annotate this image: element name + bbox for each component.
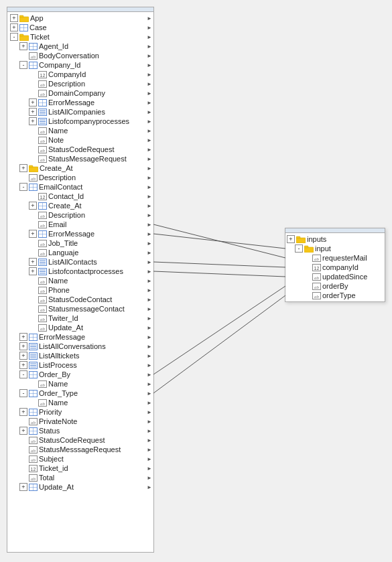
- tree-item-company_id[interactable]: -Company_Id►: [7, 60, 153, 70]
- tree-item-status_msg_req2[interactable]: abStatusMesssageRequest►: [7, 445, 153, 454]
- expand-button[interactable]: +: [29, 230, 37, 238]
- tree-item-arrow: ►: [147, 381, 152, 387]
- tree-item-job_title[interactable]: abJob_Title►: [7, 238, 153, 248]
- tree-item-error_msg2[interactable]: +ErrorMessage►: [7, 229, 153, 238]
- tree-item-listall_contacts[interactable]: +ListAllContacts►: [7, 257, 153, 267]
- tree-item-description_sub[interactable]: abDescription►: [7, 79, 153, 88]
- item-label: Job_Title: [48, 239, 147, 247]
- expand-button[interactable]: +: [19, 361, 27, 369]
- expand-button[interactable]: +: [29, 98, 37, 107]
- tree-item-name2[interactable]: abName►: [7, 276, 153, 285]
- tree-item-email_contact[interactable]: -EmailContact►: [7, 182, 153, 192]
- tree-item-listofcontactprocesses[interactable]: +Listofcontactprocesses►: [7, 267, 153, 276]
- svg-text:ab: ab: [40, 288, 46, 293]
- string-icon: ab: [29, 174, 38, 182]
- tree-item-company_id_sub[interactable]: 12CompanyId►: [7, 70, 153, 79]
- expand-button[interactable]: +: [29, 258, 37, 266]
- fb-item-requester_mail[interactable]: abrequesterMail: [285, 253, 385, 263]
- tree-item-status_code_req2[interactable]: abStatusCodeRequest►: [7, 435, 153, 445]
- tree-item-ticket_id[interactable]: 12Ticket_id►: [7, 464, 153, 473]
- tree-item-listofcompanyprocesses[interactable]: +Listofcompanyprocesses►: [7, 117, 153, 126]
- tree-item-phone[interactable]: abPhone►: [7, 285, 153, 295]
- expand-button[interactable]: +: [29, 117, 37, 125]
- tree-item-status_code_req[interactable]: abStatusCodeRequest►: [7, 145, 153, 154]
- expand-button[interactable]: +: [19, 42, 27, 50]
- tree-item-subject[interactable]: abSubject►: [7, 454, 153, 464]
- expand-button[interactable]: +: [19, 352, 27, 360]
- tree-item-domain_company[interactable]: abDomainCompany►: [7, 88, 153, 98]
- tree-item-ticket[interactable]: -Ticket►: [7, 32, 153, 42]
- tree-item-list_process[interactable]: +ListProcess►: [7, 360, 153, 370]
- expand-button[interactable]: -: [295, 244, 303, 253]
- expand-button[interactable]: -: [19, 183, 27, 191]
- tree-item-update_at2[interactable]: +Update_At►: [7, 482, 153, 492]
- tree-item-create_at[interactable]: +Create_At►: [7, 163, 153, 173]
- tree-item-order_type[interactable]: -Order_Type►: [7, 389, 153, 398]
- fb-item-input[interactable]: -input: [285, 244, 385, 253]
- expand-button[interactable]: +: [19, 408, 27, 416]
- tree-item-description3[interactable]: abDescription►: [7, 210, 153, 220]
- tree-item-app[interactable]: +App►: [7, 13, 153, 23]
- tree-item-total[interactable]: abTotal►: [7, 473, 153, 482]
- string-icon: ab: [312, 273, 321, 281]
- expand-button[interactable]: +: [29, 108, 37, 116]
- item-label: ErrorMessage: [39, 333, 147, 341]
- fb-item-order_type_fb[interactable]: aborderType: [285, 291, 385, 300]
- tree-item-create_at2[interactable]: +Create_At►: [7, 201, 153, 210]
- tree-item-name4[interactable]: abName►: [7, 398, 153, 407]
- tree-item-order_by[interactable]: -Order_By►: [7, 370, 153, 379]
- tree-item-status_msg_req[interactable]: abStatusMessageRequest►: [7, 154, 153, 163]
- tree-item-note_sub[interactable]: abNote►: [7, 135, 153, 145]
- tree-item-body_conversation[interactable]: abBodyConversation►: [7, 51, 153, 60]
- tree-item-agent_id[interactable]: +Agent_Id►: [7, 42, 153, 51]
- tree-item-twitter_id[interactable]: abTwiter_Id►: [7, 313, 153, 323]
- tree-item-priority[interactable]: +Priority►: [7, 407, 153, 417]
- tree-item-private_note[interactable]: abPrivateNote►: [7, 417, 153, 426]
- expand-button[interactable]: -: [10, 33, 18, 41]
- tree-item-case[interactable]: +Case►: [7, 23, 153, 32]
- tree-item-error_message_sub[interactable]: +ErrorMessage►: [7, 98, 153, 107]
- fb-item-order_by_fb[interactable]: aborderBy: [285, 281, 385, 291]
- tree-item-email[interactable]: abEmail►: [7, 220, 153, 229]
- expand-button[interactable]: +: [19, 342, 27, 350]
- expand-button[interactable]: +: [29, 267, 37, 275]
- tree-item-status[interactable]: +Status►: [7, 426, 153, 435]
- tree-item-languaje[interactable]: abLanguaje►: [7, 248, 153, 257]
- svg-text:ab: ab: [40, 241, 46, 247]
- expand-button[interactable]: +: [287, 235, 295, 243]
- tree-item-listall_tickets[interactable]: +ListAlltickets►: [7, 351, 153, 360]
- expand-button[interactable]: +: [19, 333, 27, 341]
- item-label: Description: [48, 211, 147, 219]
- tree-item-status_msg_contact[interactable]: abStatusmessageContact►: [7, 304, 153, 313]
- string-icon: ab: [38, 127, 47, 135]
- expand-button[interactable]: +: [10, 14, 18, 22]
- tree-item-listall_companies[interactable]: +ListAllCompanies►: [7, 107, 153, 117]
- tree-item-description[interactable]: abDescription►: [7, 173, 153, 182]
- fb-item-company_id_fb[interactable]: 12companyId: [285, 263, 385, 272]
- expand-button[interactable]: +: [19, 483, 27, 491]
- item-label: Name: [48, 127, 147, 135]
- tree-item-error_msg3[interactable]: +ErrorMessage►: [7, 332, 153, 342]
- tree-item-status_code_contact[interactable]: abStatusCodeContact►: [7, 295, 153, 304]
- expand-button[interactable]: +: [10, 23, 18, 31]
- expand-button[interactable]: -: [19, 370, 27, 378]
- tree-item-contact_id[interactable]: 12Contact_Id►: [7, 192, 153, 201]
- fb-item-inputs[interactable]: +inputs: [285, 234, 385, 244]
- expand-button[interactable]: +: [19, 164, 27, 172]
- tree-item-name3[interactable]: abName►: [7, 379, 153, 389]
- svg-text:ab: ab: [40, 222, 46, 228]
- expand-button[interactable]: -: [19, 61, 27, 69]
- main-container: +App►+Case►-Ticket►+Agent_Id►abBodyConve…: [0, 0, 392, 562]
- tree-item-update_at[interactable]: abUpdate_At►: [7, 323, 153, 332]
- expand-button[interactable]: +: [19, 427, 27, 435]
- tree-item-arrow: ►: [147, 344, 152, 350]
- expand-button[interactable]: +: [29, 202, 37, 210]
- tree-item-arrow: ►: [147, 269, 152, 275]
- tree-item-arrow: ►: [147, 128, 152, 134]
- tree-item-arrow: ►: [147, 325, 152, 331]
- tree-item-listall_conversations[interactable]: +ListAllConversations►: [7, 342, 153, 351]
- tree-item-name_sub[interactable]: abName►: [7, 126, 153, 135]
- item-label: StatusMessageRequest: [48, 155, 147, 163]
- fb-item-updated_since[interactable]: abupdatedSince: [285, 272, 385, 281]
- expand-button[interactable]: -: [19, 389, 27, 397]
